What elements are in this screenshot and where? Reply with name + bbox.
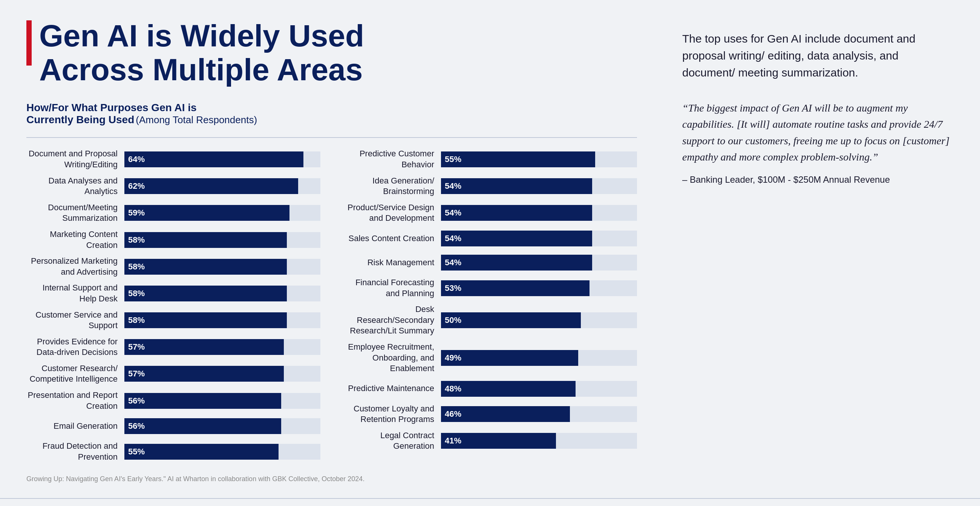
bar-fill bbox=[441, 151, 595, 167]
bar-label: Desk Research/Secondary Research/Lit Sum… bbox=[343, 304, 441, 336]
bar-container: 58% bbox=[124, 232, 320, 248]
bar-row: Predictive Maintenance48% bbox=[343, 379, 637, 398]
bar-fill bbox=[124, 312, 287, 328]
bar-container: 54% bbox=[441, 178, 637, 194]
bar-container: 58% bbox=[124, 286, 320, 301]
bar-container: 54% bbox=[441, 255, 637, 271]
bar-container: 55% bbox=[124, 444, 320, 460]
bar-fill bbox=[124, 444, 278, 460]
bar-fill bbox=[441, 178, 592, 194]
bar-value: 55% bbox=[441, 154, 461, 164]
subtitle-bold: How/For What Purposes Gen AI is bbox=[26, 102, 197, 113]
red-accent-bar bbox=[26, 21, 32, 65]
footer: “GROWING UP: NAVIGATING GEN AI’S EARLY Y… bbox=[0, 498, 980, 506]
bar-value: 58% bbox=[124, 235, 145, 245]
bar-value: 58% bbox=[124, 289, 145, 298]
bar-value: 54% bbox=[441, 233, 461, 243]
bar-row: Risk Management54% bbox=[343, 253, 637, 272]
small-source: Growing Up: Navigating Gen AI's Early Ye… bbox=[26, 475, 637, 483]
bar-fill bbox=[441, 255, 592, 271]
bar-fill bbox=[124, 418, 281, 434]
bar-label: Product/Service Design and Development bbox=[343, 202, 441, 224]
bar-label: Marketing Content Creation bbox=[26, 229, 124, 251]
bar-container: 62% bbox=[124, 178, 320, 194]
bar-label: Document and Proposal Writing/Editing bbox=[26, 148, 124, 170]
bar-row: Provides Evidence for Data-driven Decisi… bbox=[26, 336, 320, 358]
quote-text: “The biggest impact of Gen AI will be to… bbox=[682, 100, 950, 165]
bar-value: 59% bbox=[124, 208, 145, 218]
bar-value: 48% bbox=[441, 384, 461, 394]
bar-container: 58% bbox=[124, 312, 320, 328]
subtitle-normal-suffix: (Among Total Respondents) bbox=[136, 114, 257, 125]
bar-value: 58% bbox=[124, 316, 145, 325]
bar-label: Customer Research/ Competitive Intellige… bbox=[26, 363, 124, 385]
bar-container: 50% bbox=[441, 312, 637, 328]
bar-value: 50% bbox=[441, 316, 461, 325]
bar-row: Document and Proposal Writing/Editing64% bbox=[26, 148, 320, 170]
bar-row: Fraud Detection and Prevention55% bbox=[26, 441, 320, 462]
bar-label: Predictive Customer Behavior bbox=[343, 148, 441, 170]
bar-value: 54% bbox=[441, 208, 461, 218]
bar-row: Legal Contract Generation41% bbox=[343, 430, 637, 452]
bar-label: Idea Generation/ Brainstorming bbox=[343, 176, 441, 197]
bar-fill bbox=[441, 312, 581, 328]
bar-row: Data Analyses and Analytics62% bbox=[26, 176, 320, 197]
bar-row: Financial Forecasting and Planning53% bbox=[343, 277, 637, 299]
bar-value: 54% bbox=[441, 258, 461, 268]
bar-label: Financial Forecasting and Planning bbox=[343, 277, 441, 299]
bar-row: Customer Loyalty and Retention Programs4… bbox=[343, 403, 637, 425]
bar-fill bbox=[124, 366, 284, 382]
bar-fill bbox=[441, 231, 592, 246]
bar-value: 46% bbox=[441, 409, 461, 419]
bar-value: 64% bbox=[124, 154, 145, 164]
bar-container: 48% bbox=[441, 381, 637, 397]
subtitle-section: How/For What Purposes Gen AI is Currentl… bbox=[26, 102, 637, 126]
bar-value: 41% bbox=[441, 436, 461, 446]
bar-label: Presentation and Report Creation bbox=[26, 390, 124, 411]
chart-divider bbox=[26, 137, 637, 138]
bar-row: Product/Service Design and Development54… bbox=[343, 202, 637, 224]
bar-label: Provides Evidence for Data-driven Decisi… bbox=[26, 336, 124, 358]
right-panel: The top uses for Gen AI include document… bbox=[660, 0, 980, 498]
main-content: Gen AI is Widely Used Across Multiple Ar… bbox=[0, 0, 980, 498]
bar-fill bbox=[441, 350, 578, 366]
chart-column-right: Predictive Customer Behavior55%Idea Gene… bbox=[343, 148, 637, 468]
title-wrapper: Gen AI is Widely Used Across Multiple Ar… bbox=[26, 19, 637, 87]
bar-value: 58% bbox=[124, 262, 145, 272]
bar-label: Sales Content Creation bbox=[343, 233, 441, 244]
bar-row: Predictive Customer Behavior55% bbox=[343, 148, 637, 170]
bar-row: Sales Content Creation54% bbox=[343, 229, 637, 248]
bar-label: Data Analyses and Analytics bbox=[26, 176, 124, 197]
bar-fill bbox=[124, 178, 298, 194]
bar-container: 55% bbox=[441, 151, 637, 167]
bar-container: 57% bbox=[124, 339, 320, 355]
bar-container: 54% bbox=[441, 231, 637, 246]
bar-row: Marketing Content Creation58% bbox=[26, 229, 320, 251]
bar-label: Document/Meeting Summarization bbox=[26, 202, 124, 224]
bar-container: 49% bbox=[441, 350, 637, 366]
bar-fill bbox=[124, 286, 287, 301]
bar-value: 54% bbox=[441, 181, 461, 191]
main-title: Gen AI is Widely Used Across Multiple Ar… bbox=[39, 19, 364, 87]
bar-container: 56% bbox=[124, 393, 320, 409]
bar-fill bbox=[124, 393, 281, 409]
title-line1: Gen AI is Widely Used bbox=[39, 19, 364, 53]
bar-label: Legal Contract Generation bbox=[343, 430, 441, 452]
bar-fill bbox=[441, 280, 590, 296]
bar-row: Internal Support and Help Desk58% bbox=[26, 282, 320, 304]
bar-label: Fraud Detection and Prevention bbox=[26, 441, 124, 462]
bar-row: Document/Meeting Summarization59% bbox=[26, 202, 320, 224]
bar-container: 56% bbox=[124, 418, 320, 434]
bar-row: Personalized Marketing and Advertising58… bbox=[26, 256, 320, 277]
bar-label: Risk Management bbox=[343, 257, 441, 268]
bar-value: 62% bbox=[124, 181, 145, 191]
quote-attribution: – Banking Leader, $100M - $250M Annual R… bbox=[682, 174, 950, 185]
bar-container: 41% bbox=[441, 433, 637, 449]
bar-container: 46% bbox=[441, 406, 637, 422]
bar-fill bbox=[124, 151, 304, 167]
chart-column-left: Document and Proposal Writing/Editing64%… bbox=[26, 148, 320, 468]
bar-value: 53% bbox=[441, 283, 461, 293]
bar-label: Employee Recruitment, Onboarding, and En… bbox=[343, 342, 441, 374]
slide: Gen AI is Widely Used Across Multiple Ar… bbox=[0, 0, 980, 506]
bar-value: 57% bbox=[124, 369, 145, 379]
